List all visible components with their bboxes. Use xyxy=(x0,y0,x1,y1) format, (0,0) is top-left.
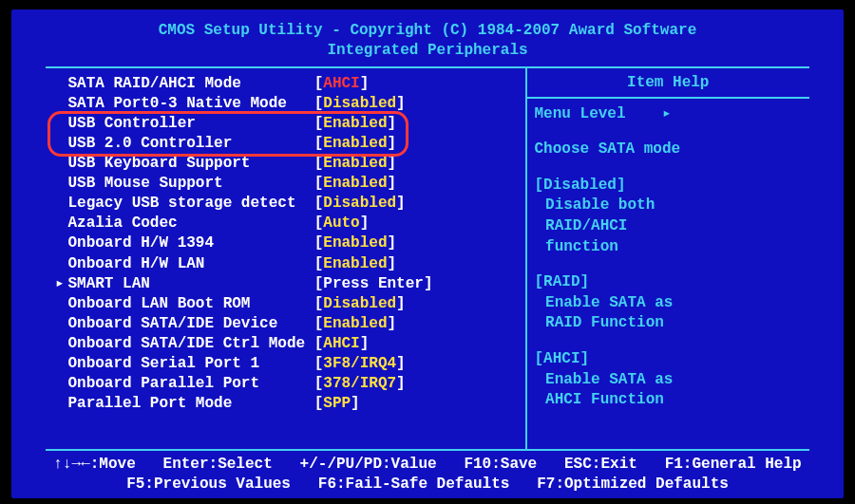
setting-value[interactable]: [Enabled] xyxy=(314,114,396,134)
setting-label: Parallel Port Mode xyxy=(67,394,314,414)
title-line2: Integrated Peripherals xyxy=(11,41,844,61)
help-gap xyxy=(535,257,802,272)
setting-value[interactable]: [Press Enter] xyxy=(314,274,433,294)
bracket-close: ] xyxy=(351,394,360,414)
setting-value-text: Enabled xyxy=(323,134,387,154)
bracket-open: [ xyxy=(314,354,324,374)
setting-label: USB 2.0 Controller xyxy=(67,134,314,154)
setting-value-text: Disabled xyxy=(323,194,396,214)
setting-value[interactable]: [Disabled] xyxy=(314,294,406,314)
bracket-close: ] xyxy=(388,174,397,194)
setting-value[interactable]: [3F8/IRQ4] xyxy=(314,354,406,374)
setting-label: SATA Port0-3 Native Mode xyxy=(67,94,314,114)
setting-label: Onboard Serial Port 1 xyxy=(67,354,314,374)
bracket-open: [ xyxy=(314,114,324,134)
help-line: [AHCI] xyxy=(535,349,802,370)
setting-value[interactable]: [378/IRQ7] xyxy=(314,374,406,394)
setting-value[interactable]: [Auto] xyxy=(314,214,370,233)
setting-row[interactable]: Onboard SATA/IDE Device [Enabled] xyxy=(55,314,522,334)
setting-value-text: Enabled xyxy=(323,254,387,274)
footer: ↑↓→←:Move Enter:Select +/-/PU/PD:Value F… xyxy=(11,451,844,498)
bracket-open: [ xyxy=(314,74,324,94)
setting-row[interactable]: Onboard H/W 1394 [Enabled] xyxy=(55,233,522,253)
setting-value-text: AHCI xyxy=(323,334,359,354)
setting-value[interactable]: [SPP] xyxy=(314,394,360,414)
bracket-open: [ xyxy=(314,94,324,114)
setting-label: Onboard H/W LAN xyxy=(67,254,314,274)
setting-value[interactable]: [Disabled] xyxy=(314,94,406,114)
setting-label: USB Keyboard Support xyxy=(67,154,314,174)
bracket-open: [ xyxy=(314,314,324,334)
bracket-open: [ xyxy=(314,174,324,194)
setting-row[interactable]: Onboard Parallel Port [378/IRQ7] xyxy=(55,374,522,394)
setting-value[interactable]: [Enabled] xyxy=(314,154,396,174)
footer-line2: F5:Previous Values F6:Fail-Safe Defaults… xyxy=(46,475,809,495)
setting-row[interactable]: Legacy USB storage detect [Disabled] xyxy=(55,194,522,214)
setting-row[interactable]: ▸SMART LAN [Press Enter] xyxy=(55,274,522,294)
setting-row[interactable]: USB Keyboard Support [Enabled] xyxy=(55,154,522,174)
bios-screen: CMOS Setup Utility - Copyright (C) 1984-… xyxy=(11,9,844,498)
setting-row[interactable]: Onboard Serial Port 1 [3F8/IRQ4] xyxy=(55,354,522,374)
help-gap xyxy=(535,334,802,349)
setting-row[interactable]: USB Controller [Enabled] xyxy=(55,114,522,134)
setting-label: USB Mouse Support xyxy=(67,174,314,194)
title-line1: CMOS Setup Utility - Copyright (C) 1984-… xyxy=(11,21,844,41)
bracket-close: ] xyxy=(388,233,397,253)
settings-panel: SATA RAID/AHCI Mode [AHCI]SATA Port0-3 N… xyxy=(46,68,527,450)
bracket-open: [ xyxy=(314,294,324,314)
setting-value[interactable]: [AHCI] xyxy=(314,334,370,354)
bracket-open: [ xyxy=(314,274,324,294)
setting-value[interactable]: [Enabled] xyxy=(314,134,396,154)
setting-label: Onboard H/W 1394 xyxy=(67,233,314,253)
bracket-close: ] xyxy=(388,254,397,274)
bracket-open: [ xyxy=(314,194,324,214)
setting-label: Onboard SATA/IDE Ctrl Mode xyxy=(67,334,314,354)
bracket-close: ] xyxy=(360,214,370,233)
setting-row[interactable]: Onboard LAN Boot ROM [Disabled] xyxy=(55,294,522,314)
setting-value-text: Disabled xyxy=(323,294,396,314)
setting-value[interactable]: [Enabled] xyxy=(314,233,396,253)
bracket-close: ] xyxy=(388,154,397,174)
setting-value[interactable]: [Enabled] xyxy=(314,314,396,334)
setting-value[interactable]: [Enabled] xyxy=(314,254,396,274)
help-title: Item Help xyxy=(527,68,809,99)
setting-row[interactable]: Parallel Port Mode [SPP] xyxy=(55,394,522,414)
setting-label: Azalia Codec xyxy=(67,214,314,233)
bracket-open: [ xyxy=(314,394,324,414)
setting-row[interactable]: SATA Port0-3 Native Mode [Disabled] xyxy=(55,94,522,114)
bracket-close: ] xyxy=(396,374,406,394)
bracket-close: ] xyxy=(396,294,406,314)
setting-value-text: 3F8/IRQ4 xyxy=(323,354,396,374)
help-body: Menu Level ▸Choose SATA mode[Disabled]Di… xyxy=(527,99,809,417)
bracket-close: ] xyxy=(388,114,397,134)
setting-row[interactable]: USB Mouse Support [Enabled] xyxy=(55,174,522,194)
bracket-close: ] xyxy=(388,134,397,154)
setting-value[interactable]: [Disabled] xyxy=(314,194,406,214)
main-panels: SATA RAID/AHCI Mode [AHCI]SATA Port0-3 N… xyxy=(46,66,809,452)
setting-value[interactable]: [AHCI] xyxy=(314,74,370,94)
help-line: function xyxy=(535,237,802,258)
help-line: Enable SATA as xyxy=(535,370,802,391)
setting-value-text: Enabled xyxy=(323,233,387,253)
bracket-close: ] xyxy=(388,314,397,334)
bracket-open: [ xyxy=(314,233,324,253)
setting-row[interactable]: Onboard SATA/IDE Ctrl Mode [AHCI] xyxy=(55,334,522,354)
help-line: Choose SATA mode xyxy=(535,140,802,160)
setting-row[interactable]: Onboard H/W LAN [Enabled] xyxy=(55,254,522,274)
setting-row[interactable]: Azalia Codec [Auto] xyxy=(55,214,522,233)
setting-value-text: SPP xyxy=(323,394,351,414)
bracket-open: [ xyxy=(314,214,324,233)
help-line: Menu Level ▸ xyxy=(535,104,802,125)
setting-label: Onboard LAN Boot ROM xyxy=(67,294,314,314)
help-line: [Disabled] xyxy=(535,176,802,196)
setting-row[interactable]: USB 2.0 Controller [Enabled] xyxy=(55,134,522,154)
bracket-close: ] xyxy=(360,74,370,94)
setting-row[interactable]: SATA RAID/AHCI Mode [AHCI] xyxy=(55,74,522,94)
help-panel: Item Help Menu Level ▸Choose SATA mode[D… xyxy=(527,68,809,450)
setting-value-text: Press Enter xyxy=(323,274,424,294)
setting-value-text: Enabled xyxy=(323,174,387,194)
footer-line1: ↑↓→←:Move Enter:Select +/-/PU/PD:Value F… xyxy=(46,455,809,475)
setting-label: Onboard Parallel Port xyxy=(67,374,314,394)
setting-value[interactable]: [Enabled] xyxy=(314,174,396,194)
help-gap xyxy=(535,124,802,140)
